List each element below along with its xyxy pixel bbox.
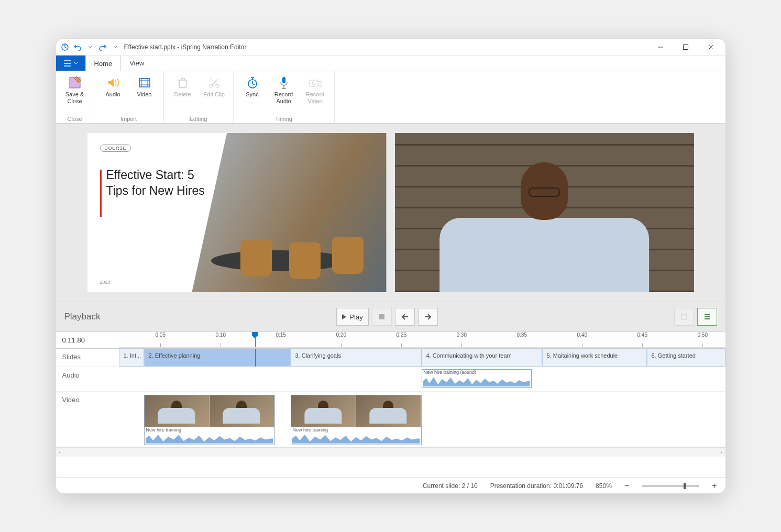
slide-title: Effective Start: 5 Tips for New Hires — [106, 168, 216, 199]
quick-access-toolbar — [60, 42, 120, 52]
slide-block[interactable]: 4. Communicating with your team — [422, 349, 542, 367]
slide-block[interactable]: 6. Getting started — [647, 349, 725, 367]
zoom-out-button[interactable]: − — [624, 481, 629, 491]
delete-button: Delete — [169, 73, 196, 98]
audio-row-label: Audio — [56, 367, 119, 391]
ruler-tick: 0:35 — [517, 332, 527, 338]
record-audio-button[interactable]: Record Audio — [270, 73, 298, 105]
import-audio-button[interactable]: Audio — [100, 73, 127, 98]
clip-label: New hire training — [291, 427, 330, 433]
ribbon-group-timing: Sync Record Audio Record Video Timing — [234, 71, 335, 123]
import-video-button[interactable]: Video — [131, 73, 158, 98]
current-slide-status: Current slide: 2 / 10 — [423, 482, 478, 490]
undo-icon[interactable] — [73, 42, 82, 52]
stop-icon — [379, 314, 384, 319]
ruler-tick: 0:40 — [577, 332, 587, 338]
video-track[interactable]: New hire trainingNew hire training — [119, 392, 725, 447]
clip-label: New hire training (sound) — [422, 370, 478, 375]
redo-icon[interactable] — [98, 42, 107, 52]
horizontal-scrollbar[interactable]: ‹› — [56, 447, 725, 457]
scissors-icon — [207, 75, 222, 90]
tab-strip: Home View — [56, 56, 725, 71]
ruler-tick: 0:20 — [336, 332, 346, 338]
timeline: 0:11.80 0:050:100:150:200:250:300:350:40… — [56, 332, 725, 478]
record-video-button: Record Video — [302, 73, 329, 105]
maximize-button[interactable] — [675, 40, 696, 54]
slide-year: 2020 — [100, 280, 111, 285]
speaker-icon — [106, 75, 120, 90]
ruler-tick: 0:15 — [276, 332, 286, 338]
file-menu[interactable] — [56, 56, 85, 71]
svg-rect-3 — [139, 79, 150, 87]
video-clip[interactable]: New hire training — [144, 395, 275, 445]
status-bar: Current slide: 2 / 10 Presentation durat… — [56, 478, 725, 493]
title-bar: Effective start.pptx - iSpring Narration… — [56, 39, 725, 56]
save-close-button[interactable]: Save & Close — [61, 73, 89, 105]
svg-rect-8 — [310, 80, 318, 86]
waveform — [146, 434, 273, 444]
video-clip[interactable]: New hire training — [291, 395, 422, 445]
ribbon-group-close: Save & Close Close — [56, 71, 94, 123]
microphone-icon — [277, 75, 291, 90]
prev-button[interactable] — [395, 308, 415, 326]
minimize-button[interactable] — [650, 40, 671, 54]
time-ruler[interactable]: 0:050:100:150:200:250:300:350:400:450:50 — [119, 332, 725, 348]
slide-block[interactable]: 5. Maitaining work schedule — [542, 349, 647, 367]
ruler-tick: 0:10 — [216, 332, 226, 338]
slides-row-label: Slides — [56, 349, 119, 367]
ruler-tick: 0:50 — [698, 332, 708, 338]
list-icon — [703, 313, 711, 320]
waveform — [423, 376, 530, 386]
slides-track[interactable]: 1. Int...2. Effective planning3. Clarify… — [119, 349, 725, 367]
svg-point-9 — [312, 82, 315, 85]
course-pill: COURSE — [100, 145, 131, 152]
playhead[interactable] — [255, 332, 256, 347]
film-icon — [137, 75, 152, 90]
tab-view[interactable]: View — [121, 56, 153, 71]
square-icon — [680, 313, 688, 320]
svg-rect-10 — [681, 314, 687, 319]
thumbnail-strip — [145, 395, 274, 427]
arrow-right-icon — [424, 314, 432, 320]
slide-block[interactable]: 3. Clarifying goals — [291, 349, 422, 367]
ruler-tick: 0:30 — [457, 332, 467, 338]
caret-down-icon[interactable] — [85, 42, 95, 52]
close-button[interactable] — [700, 40, 721, 54]
tab-home[interactable]: Home — [85, 56, 122, 71]
audio-track[interactable]: New hire training (sound) — [119, 367, 725, 391]
video-row-label: Video — [56, 392, 119, 447]
timecode-label: 0:11.80 — [56, 332, 119, 348]
zoom-in-button[interactable]: + — [712, 481, 717, 491]
sync-button[interactable]: Sync — [239, 73, 266, 98]
playback-label: Playback — [64, 312, 101, 322]
video-preview[interactable] — [395, 133, 694, 292]
preview-mode-a-button — [674, 308, 694, 326]
ribbon: Save & Close Close Audio Video Import — [56, 71, 725, 124]
duration-status: Presentation duration: 0:01:09.76 — [490, 482, 583, 490]
play-button[interactable]: Play — [336, 308, 368, 326]
stop-button — [372, 308, 392, 326]
presentation-icon[interactable] — [60, 42, 70, 52]
clip-label: New hire training — [145, 427, 183, 433]
ribbon-group-import: Audio Video Import — [94, 71, 164, 123]
slide-preview[interactable]: COURSE Effective Start: 5 Tips for New H… — [87, 133, 387, 292]
trash-icon — [175, 75, 190, 90]
ruler-tick: 0:45 — [637, 332, 647, 338]
svg-rect-7 — [282, 77, 285, 83]
thumbnail-strip — [291, 395, 421, 427]
accent-bar — [100, 170, 102, 217]
camera-icon — [308, 75, 323, 90]
preview-mode-b-button[interactable] — [697, 308, 717, 326]
arrow-left-icon — [401, 314, 409, 320]
waveform — [292, 434, 420, 444]
play-icon — [342, 314, 346, 319]
slide-block[interactable]: 1. Int... — [119, 349, 144, 367]
slide-block[interactable]: 2. Effective planning — [144, 349, 291, 367]
zoom-percent: 850% — [596, 482, 612, 490]
edit-clip-button: Edit Clip — [201, 73, 228, 98]
audio-clip[interactable]: New hire training (sound) — [422, 369, 532, 388]
caret-down-icon[interactable] — [111, 42, 120, 52]
next-button[interactable] — [418, 308, 438, 326]
preview-area: COURSE Effective Start: 5 Tips for New H… — [56, 124, 725, 302]
zoom-slider[interactable] — [642, 485, 699, 487]
